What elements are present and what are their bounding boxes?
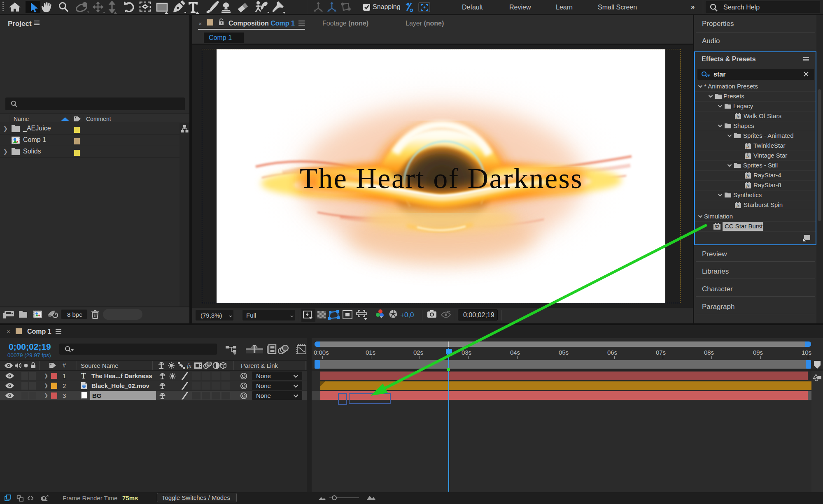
svg-text:The Heart of Darkness: The Heart of Darkness <box>300 163 583 194</box>
svg-text:fx: fx <box>187 362 191 369</box>
svg-text:fx: fx <box>746 144 750 149</box>
svg-text:fx: fx <box>746 154 750 158</box>
svg-text:fx: fx <box>746 174 750 178</box>
svg-text:fx: fx <box>737 203 740 208</box>
svg-text:32: 32 <box>714 224 719 229</box>
svg-text:fx: fx <box>746 183 750 188</box>
svg-text:fx: fx <box>737 114 740 119</box>
